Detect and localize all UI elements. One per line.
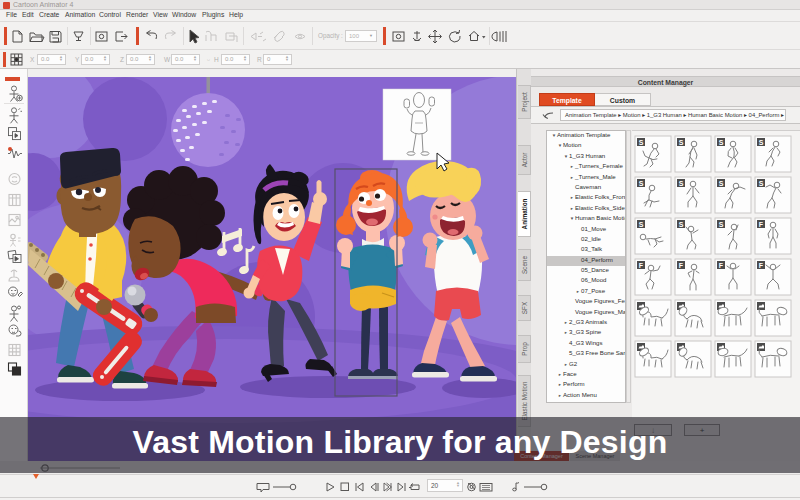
svg-text:S: S bbox=[719, 221, 724, 228]
svg-text:S: S bbox=[759, 180, 764, 187]
svg-text:S: S bbox=[679, 221, 684, 228]
svg-text:S: S bbox=[679, 180, 684, 187]
svg-text:S: S bbox=[639, 221, 644, 228]
svg-text:F: F bbox=[639, 262, 644, 269]
svg-text:S: S bbox=[719, 139, 724, 146]
svg-text:F: F bbox=[759, 262, 764, 269]
svg-text:S: S bbox=[759, 139, 764, 146]
svg-text:S: S bbox=[639, 180, 644, 187]
svg-text:S: S bbox=[719, 180, 724, 187]
svg-text:S: S bbox=[679, 139, 684, 146]
svg-text:F: F bbox=[719, 262, 724, 269]
svg-text:F: F bbox=[759, 221, 764, 228]
svg-text:F: F bbox=[679, 262, 684, 269]
svg-text:S: S bbox=[639, 139, 644, 146]
